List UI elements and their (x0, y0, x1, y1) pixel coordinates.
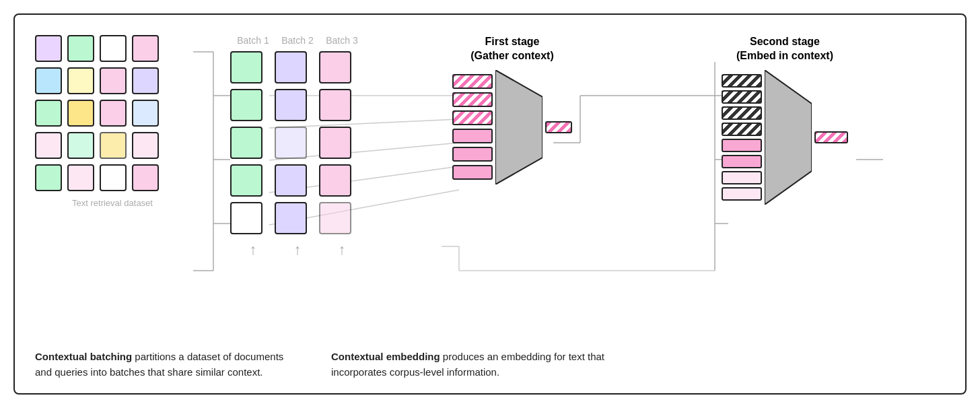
batch2-header: Batch 2 (281, 35, 314, 46)
second-stage: Second stage(Embed in context) (722, 35, 848, 205)
dataset-square (67, 164, 94, 191)
batch3-arrow: ↑ (326, 241, 358, 259)
dataset-square (100, 67, 127, 94)
bar-solid-2 (452, 147, 493, 162)
first-stage-output (545, 121, 572, 133)
dataset-square (67, 132, 94, 159)
caption-left: Contextual batching partitions a dataset… (35, 349, 291, 380)
batch1-sq5 (230, 202, 262, 234)
batch-headers: Batch 1 Batch 2 Batch 3 (230, 35, 358, 46)
batch3-sq2 (319, 89, 351, 121)
bar-striped-2 (452, 92, 493, 107)
batch3-sq4 (319, 164, 351, 197)
caption-section: Contextual batching partitions a dataset… (35, 349, 945, 380)
batch2-arrow: ↑ (281, 241, 314, 259)
dataset-square (67, 67, 94, 94)
bar-solid-3 (452, 165, 493, 180)
dataset-square (100, 164, 127, 191)
caption-right: Contextual embedding produces an embeddi… (331, 349, 654, 380)
first-stage-bars (452, 74, 493, 180)
dataset-grid (35, 35, 190, 193)
dataset-square (35, 164, 62, 191)
batch3-sq5 (319, 202, 351, 234)
second-stage-bars (722, 74, 762, 201)
dataset-square (35, 100, 62, 127)
bar-striped-1 (452, 74, 493, 89)
dataset-square (35, 35, 62, 62)
first-stage-title: First stage(Gather context) (452, 35, 572, 63)
bar-pink-4 (722, 187, 762, 201)
caption-left-bold: Contextual batching (35, 351, 132, 362)
first-stage-diagram (452, 70, 572, 184)
dataset-label: Text retrieval dataset (35, 198, 190, 208)
batch2-column (275, 51, 307, 234)
second-stage-title: Second stage(Embed in context) (722, 35, 848, 63)
bar-bw-4 (722, 123, 762, 136)
batch2-sq5 (275, 202, 307, 234)
dataset-square (35, 67, 62, 94)
batch3-column (319, 51, 351, 234)
funnel-shape (495, 70, 542, 184)
svg-marker-23 (765, 70, 812, 205)
dataset-square (100, 132, 127, 159)
batches-columns (230, 51, 351, 234)
batches-section: Batch 1 Batch 2 Batch 3 (230, 35, 358, 259)
bar-striped-3 (452, 110, 493, 125)
bar-bw-1 (722, 74, 762, 88)
first-stage: First stage(Gather context) (452, 35, 572, 184)
bar-pink-3 (722, 171, 762, 184)
dataset-section: Text retrieval dataset (35, 35, 190, 208)
batch1-sq1 (230, 51, 262, 83)
diagram-container: Text retrieval dataset Batch 1 Batch 2 B… (13, 13, 967, 395)
dataset-square (132, 100, 159, 127)
batch1-sq2 (230, 89, 262, 121)
second-stage-diagram (722, 70, 848, 205)
funnel2-shape (765, 70, 812, 205)
bar-bw-2 (722, 90, 762, 104)
dataset-square (100, 35, 127, 62)
dataset-square (35, 132, 62, 159)
batch1-sq4 (230, 164, 262, 197)
bar-solid-1 (452, 129, 493, 143)
bar-pink-1 (722, 139, 762, 152)
batch1-column (230, 51, 262, 234)
batch-arrows: ↑ ↑ ↑ (230, 241, 358, 259)
batch1-arrow: ↑ (237, 241, 269, 259)
dataset-square (132, 164, 159, 191)
dataset-square (132, 132, 159, 159)
dataset-square (132, 35, 159, 62)
batch1-sq3 (230, 127, 262, 159)
batch1-header: Batch 1 (237, 35, 269, 46)
bar-pink-2 (722, 155, 762, 168)
dataset-square (67, 35, 94, 62)
batch2-sq1 (275, 51, 307, 83)
svg-marker-22 (495, 70, 542, 184)
bar-bw-3 (722, 106, 762, 120)
caption-right-bold: Contextual embedding (331, 351, 440, 362)
batch2-sq4 (275, 164, 307, 197)
dataset-square (67, 100, 94, 127)
dataset-square (100, 100, 127, 127)
dataset-square (132, 67, 159, 94)
batch3-sq3 (319, 127, 351, 159)
second-stage-output (814, 131, 848, 143)
batch2-sq3 (275, 127, 307, 159)
batch2-sq2 (275, 89, 307, 121)
batch3-sq1 (319, 51, 351, 83)
batch3-header: Batch 3 (326, 35, 358, 46)
